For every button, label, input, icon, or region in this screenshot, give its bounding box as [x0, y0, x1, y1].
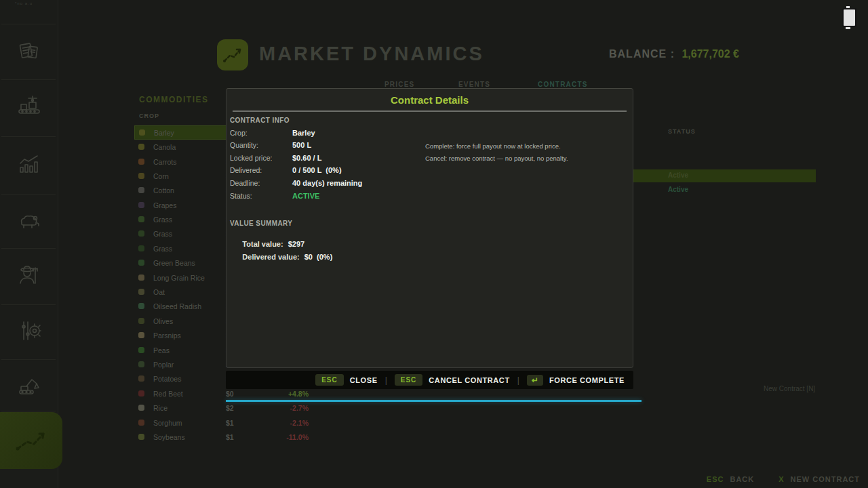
status-column-header: STATUS — [668, 128, 696, 135]
commodity-row-sorghum[interactable]: Sorghum $1 -2.1% — [134, 415, 328, 430]
crop-icon — [138, 159, 144, 165]
documents-icon — [16, 38, 43, 65]
new-contract-hint-label[interactable]: NEW CONTRACT — [791, 475, 860, 483]
crop-icon — [138, 347, 144, 353]
crop-icon — [138, 405, 144, 411]
balance-label: BALANCE : — [609, 48, 675, 60]
crop-icon — [138, 274, 144, 281]
contract-status: Active — [668, 171, 688, 179]
sidebar-item-documents[interactable] — [0, 31, 58, 72]
sidebar-item-market-dynamics[interactable] — [0, 412, 62, 469]
field-status: Status: ACTIVE — [226, 192, 633, 201]
cancel-contract-button[interactable]: ESC CANCEL CONTRACT — [395, 374, 510, 386]
field-crop: Crop: Barley — [226, 129, 633, 138]
contract-details-modal: Contract Details CONTRACT INFO Crop: Bar… — [226, 88, 633, 368]
esc-key-badge: ESC — [315, 374, 344, 386]
crop-icon — [138, 202, 144, 208]
game-menu-sidebar: *no a.u — [0, 0, 58, 488]
crop-icon — [138, 245, 144, 251]
statistics-icon — [15, 150, 43, 178]
app-icon — [217, 39, 248, 70]
crop-icon — [138, 230, 144, 237]
settings-icon — [15, 317, 43, 345]
tab-prices[interactable]: PRICES — [384, 81, 414, 88]
status-badge: ACTIVE — [292, 192, 319, 200]
field-deadline: Deadline: 40 day(s) remaining — [226, 179, 633, 188]
excavator-icon — [14, 371, 44, 401]
modal-footer: ESC CLOSE | ESC CANCEL CONTRACT | ↵ FORC… — [226, 371, 633, 389]
esc-key-hint[interactable]: ESC — [707, 475, 724, 483]
crop-icon — [138, 318, 144, 324]
balance-display: BALANCE : 1,677,702 € — [609, 48, 739, 60]
crop-icon — [138, 375, 144, 382]
crop-icon — [138, 289, 144, 295]
bottom-help-bar: ESC BACK X NEW CONTRACT — [707, 475, 860, 483]
crop-icon — [138, 187, 144, 193]
new-contract-hint: New Contract [N] — [764, 385, 815, 392]
help-cancel: Cancel: remove contract — no payout, no … — [425, 155, 568, 162]
commodity-row-soybeans[interactable]: Soybeans $1 -11.0% — [134, 430, 328, 444]
crop-icon — [138, 420, 144, 426]
balance-value: 1,677,702 € — [682, 48, 739, 60]
production-icon — [15, 92, 43, 120]
phone-icon[interactable] — [842, 8, 856, 27]
tab-events[interactable]: EVENTS — [458, 81, 490, 88]
delivered-value: Delivered value:$0 (0%) — [230, 245, 332, 269]
divider: | — [517, 375, 519, 385]
force-complete-button[interactable]: ↵ FORCE COMPLETE — [527, 375, 625, 386]
farmer-icon — [14, 262, 44, 291]
market-dynamics-icon — [12, 426, 50, 455]
commodity-row-rice[interactable]: Rice $2 -2.7% — [134, 401, 328, 415]
modal-title-divider — [233, 110, 627, 112]
crop-icon — [138, 260, 144, 266]
selection-underline — [226, 400, 642, 402]
field-delivered: Delivered: 0 / 500 L (0%) — [226, 166, 633, 176]
crop-icon — [138, 303, 144, 309]
help-complete: Complete: force full payout now at locke… — [425, 142, 561, 150]
close-button[interactable]: ESC CLOSE — [315, 374, 377, 386]
sidebar-item-settings[interactable] — [0, 310, 58, 351]
back-hint[interactable]: BACK — [730, 475, 754, 483]
crop-icon — [139, 129, 145, 136]
esc-key-badge: ESC — [395, 374, 423, 386]
tab-contracts[interactable]: CONTRACTS — [538, 81, 588, 88]
crop-icon — [138, 361, 144, 367]
corner-debug-text: *no a.u — [15, 1, 33, 5]
market-chart-icon — [221, 45, 244, 65]
sidebar-item-production[interactable] — [0, 85, 58, 126]
crop-icon — [138, 144, 144, 150]
x-key-hint[interactable]: X — [778, 475, 784, 483]
section-value-summary: VALUE SUMMARY — [230, 220, 292, 227]
crop-icon — [138, 332, 144, 338]
crop-column-header: CROP — [139, 113, 159, 119]
sidebar-item-statistics[interactable] — [0, 144, 58, 184]
divider: | — [385, 375, 387, 385]
game-screen: *no a.u — [0, 0, 868, 488]
animals-icon — [15, 206, 43, 235]
contract-status: Active — [668, 186, 688, 193]
crop-icon — [138, 434, 144, 440]
crop-icon — [138, 216, 144, 222]
sidebar-item-construction[interactable] — [0, 366, 58, 407]
return-icon: ↵ — [527, 375, 543, 386]
modal-title: Contract Details — [226, 89, 633, 106]
commodities-title: COMMODITIES — [139, 95, 209, 104]
page-title: MARKET DYNAMICS — [259, 43, 484, 65]
sidebar-item-farmer[interactable] — [0, 256, 58, 297]
crop-icon — [138, 173, 144, 179]
sidebar-item-animals[interactable] — [0, 200, 58, 241]
section-contract-info: CONTRACT INFO — [230, 117, 290, 124]
crop-icon — [138, 390, 144, 396]
